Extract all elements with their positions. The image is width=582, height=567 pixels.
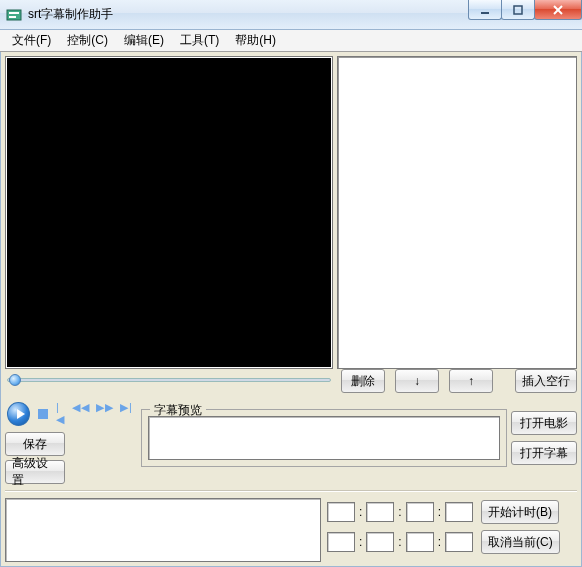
separator	[5, 490, 577, 492]
adv-settings-button[interactable]: 高级设置	[5, 460, 65, 484]
prev-track-icon[interactable]: |◀	[56, 401, 66, 426]
move-down-button[interactable]: ↓	[395, 369, 439, 393]
preview-text	[148, 416, 500, 460]
start-ms[interactable]	[445, 502, 473, 522]
menubar: 文件(F) 控制(C) 编辑(E) 工具(T) 帮助(H)	[0, 30, 582, 52]
preview-groupbox: 字幕预览	[141, 409, 507, 467]
end-m[interactable]	[366, 532, 394, 552]
play-button[interactable]	[7, 402, 30, 426]
seek-thumb[interactable]	[9, 374, 21, 386]
menu-tool[interactable]: 工具(T)	[172, 30, 227, 51]
insert-blank-button[interactable]: 插入空行	[515, 369, 577, 393]
subtitle-textarea[interactable]	[5, 498, 321, 562]
menu-file[interactable]: 文件(F)	[4, 30, 59, 51]
maximize-button[interactable]	[501, 0, 535, 20]
colon-icon: :	[438, 505, 441, 519]
delete-button[interactable]: 删除	[341, 369, 385, 393]
window-title: srt字幕制作助手	[28, 6, 113, 23]
client-area: 删除 ↓ ↑ 插入空行 |◀ ◀◀ ▶▶ ▶| 保存 高级设置	[0, 52, 582, 567]
colon-icon: :	[438, 535, 441, 549]
cancel-current-button[interactable]: 取消当前(C)	[481, 530, 560, 554]
video-panel[interactable]	[5, 56, 333, 369]
seek-track	[7, 378, 331, 382]
move-up-button[interactable]: ↑	[449, 369, 493, 393]
colon-icon: :	[398, 535, 401, 549]
app-icon	[6, 7, 22, 23]
end-h[interactable]	[327, 532, 355, 552]
save-button[interactable]: 保存	[5, 432, 65, 456]
end-ms[interactable]	[445, 532, 473, 552]
next-track-icon[interactable]: ▶|	[120, 401, 133, 426]
start-h[interactable]	[327, 502, 355, 522]
start-s[interactable]	[406, 502, 434, 522]
open-subtitle-button[interactable]: 打开字幕	[511, 441, 577, 465]
close-button[interactable]	[534, 0, 582, 20]
end-s[interactable]	[406, 532, 434, 552]
open-movie-button[interactable]: 打开电影	[511, 411, 577, 435]
svg-rect-2	[9, 16, 16, 18]
playback-controls: |◀ ◀◀ ▶▶ ▶|	[3, 399, 137, 428]
colon-icon: :	[359, 505, 362, 519]
forward-icon[interactable]: ▶▶	[96, 401, 114, 426]
start-time-row: : : : 开始计时(B)	[327, 500, 577, 524]
start-m[interactable]	[366, 502, 394, 522]
svg-rect-0	[7, 10, 21, 20]
minimize-button[interactable]	[468, 0, 502, 20]
window-titlebar: srt字幕制作助手	[0, 0, 582, 30]
svg-rect-4	[514, 6, 522, 14]
start-timer-button[interactable]: 开始计时(B)	[481, 500, 559, 524]
menu-help[interactable]: 帮助(H)	[227, 30, 284, 51]
rewind-icon[interactable]: ◀◀	[72, 401, 90, 426]
stop-button[interactable]	[38, 409, 48, 419]
colon-icon: :	[359, 535, 362, 549]
subtitle-listbox[interactable]	[337, 56, 577, 369]
seek-slider[interactable]	[5, 373, 333, 387]
menu-control[interactable]: 控制(C)	[59, 30, 116, 51]
end-time-row: : : : 取消当前(C)	[327, 530, 577, 554]
colon-icon: :	[398, 505, 401, 519]
svg-rect-1	[9, 12, 19, 14]
menu-edit[interactable]: 编辑(E)	[116, 30, 172, 51]
